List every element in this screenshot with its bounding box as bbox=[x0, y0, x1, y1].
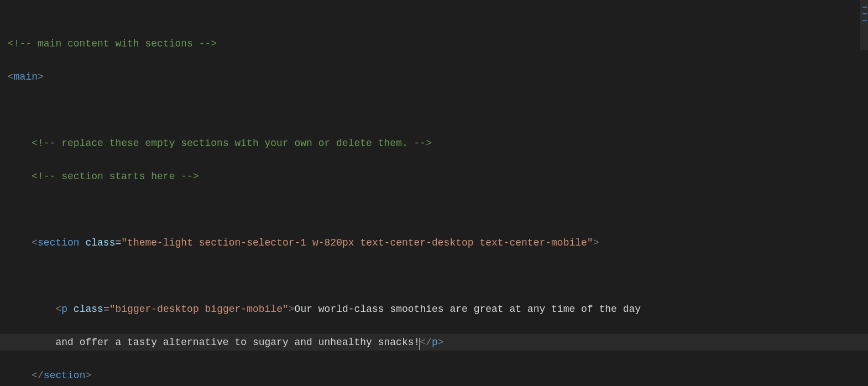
minimap-marker bbox=[862, 13, 867, 14]
html-comment: <!-- replace these empty sections with y… bbox=[32, 138, 432, 149]
code-line[interactable]: <p class="bigger-desktop bigger-mobile">… bbox=[0, 301, 868, 317]
code-line[interactable]: <section class="theme-light section-sele… bbox=[0, 234, 868, 251]
code-line[interactable] bbox=[0, 201, 868, 218]
code-line[interactable]: <!-- main content with sections --> bbox=[0, 35, 868, 52]
html-comment: <!-- main content with sections --> bbox=[8, 38, 217, 49]
text-cursor bbox=[419, 338, 420, 350]
code-line[interactable] bbox=[0, 268, 868, 284]
code-line[interactable]: <!-- section starts here --> bbox=[0, 168, 868, 185]
code-line[interactable] bbox=[0, 102, 868, 118]
code-line[interactable]: <main> bbox=[0, 69, 868, 85]
code-line[interactable]: </section> bbox=[0, 367, 868, 384]
code-editor[interactable]: <!-- main content with sections --> <mai… bbox=[0, 0, 868, 386]
code-line[interactable]: <!-- replace these empty sections with y… bbox=[0, 135, 868, 152]
html-comment: <!-- section starts here --> bbox=[32, 171, 198, 182]
minimap-marker bbox=[862, 7, 867, 8]
code-line-active[interactable]: and offer a tasty alternative to sugary … bbox=[0, 334, 868, 351]
minimap-marker bbox=[862, 20, 867, 21]
minimap[interactable] bbox=[860, 0, 868, 386]
